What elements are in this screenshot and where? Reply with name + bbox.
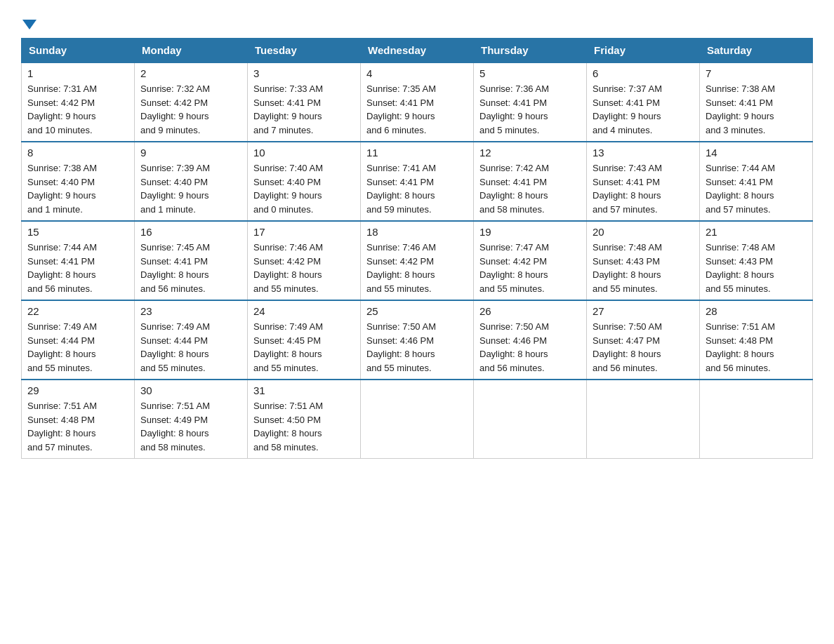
calendar-cell: 7 Sunrise: 7:38 AMSunset: 4:41 PMDayligh… [700, 62, 813, 142]
day-number: 22 [27, 305, 128, 317]
day-info: Sunrise: 7:51 AMSunset: 4:48 PMDaylight:… [27, 399, 128, 454]
logo-arrow-icon [22, 20, 37, 29]
day-number: 4 [366, 67, 468, 79]
column-header-sunday: Sunday [22, 39, 135, 63]
calendar-cell: 4 Sunrise: 7:35 AMSunset: 4:41 PMDayligh… [361, 62, 474, 142]
day-number: 1 [27, 67, 128, 79]
day-number: 28 [706, 305, 807, 317]
day-info: Sunrise: 7:33 AMSunset: 4:41 PMDaylight:… [253, 82, 355, 137]
calendar-cell: 24 Sunrise: 7:49 AMSunset: 4:45 PMDaylig… [248, 300, 361, 380]
calendar-cell: 11 Sunrise: 7:41 AMSunset: 4:41 PMDaylig… [361, 142, 474, 221]
column-header-monday: Monday [135, 39, 248, 63]
day-number: 27 [593, 305, 694, 317]
calendar-cell: 6 Sunrise: 7:37 AMSunset: 4:41 PMDayligh… [587, 62, 700, 142]
day-info: Sunrise: 7:50 AMSunset: 4:47 PMDaylight:… [593, 320, 694, 375]
day-info: Sunrise: 7:41 AMSunset: 4:41 PMDaylight:… [366, 161, 468, 216]
calendar-cell: 16 Sunrise: 7:45 AMSunset: 4:41 PMDaylig… [135, 221, 248, 300]
day-info: Sunrise: 7:36 AMSunset: 4:41 PMDaylight:… [479, 82, 581, 137]
calendar-cell [700, 380, 813, 459]
calendar-cell: 27 Sunrise: 7:50 AMSunset: 4:47 PMDaylig… [587, 300, 700, 380]
calendar-cell: 5 Sunrise: 7:36 AMSunset: 4:41 PMDayligh… [474, 62, 587, 142]
calendar-cell [587, 380, 700, 459]
column-header-tuesday: Tuesday [248, 39, 361, 63]
day-number: 8 [27, 147, 128, 159]
day-number: 26 [479, 305, 581, 317]
column-header-wednesday: Wednesday [361, 39, 474, 63]
calendar-week-row: 22 Sunrise: 7:49 AMSunset: 4:44 PMDaylig… [22, 300, 813, 380]
calendar-cell: 17 Sunrise: 7:46 AMSunset: 4:42 PMDaylig… [248, 221, 361, 300]
day-number: 13 [593, 147, 694, 159]
calendar-cell: 10 Sunrise: 7:40 AMSunset: 4:40 PMDaylig… [248, 142, 361, 221]
day-number: 17 [253, 226, 355, 238]
calendar-cell: 2 Sunrise: 7:32 AMSunset: 4:42 PMDayligh… [135, 62, 248, 142]
day-info: Sunrise: 7:45 AMSunset: 4:41 PMDaylight:… [140, 241, 241, 295]
calendar-cell: 15 Sunrise: 7:44 AMSunset: 4:41 PMDaylig… [22, 221, 135, 300]
day-number: 21 [706, 226, 807, 238]
day-info: Sunrise: 7:49 AMSunset: 4:45 PMDaylight:… [253, 320, 355, 375]
day-info: Sunrise: 7:38 AMSunset: 4:40 PMDaylight:… [27, 161, 128, 216]
calendar-cell: 29 Sunrise: 7:51 AMSunset: 4:48 PMDaylig… [22, 380, 135, 459]
day-number: 3 [253, 67, 355, 79]
calendar-week-row: 1 Sunrise: 7:31 AMSunset: 4:42 PMDayligh… [22, 62, 813, 142]
day-number: 6 [593, 67, 694, 79]
day-number: 29 [27, 384, 128, 396]
day-number: 16 [140, 226, 241, 238]
page-header [21, 14, 813, 31]
day-info: Sunrise: 7:44 AMSunset: 4:41 PMDaylight:… [27, 241, 128, 295]
day-info: Sunrise: 7:48 AMSunset: 4:43 PMDaylight:… [593, 241, 694, 295]
day-number: 5 [479, 67, 581, 79]
calendar-cell: 12 Sunrise: 7:42 AMSunset: 4:41 PMDaylig… [474, 142, 587, 221]
day-info: Sunrise: 7:46 AMSunset: 4:42 PMDaylight:… [366, 241, 468, 295]
day-number: 2 [140, 67, 241, 79]
calendar-cell: 30 Sunrise: 7:51 AMSunset: 4:49 PMDaylig… [135, 380, 248, 459]
day-info: Sunrise: 7:49 AMSunset: 4:44 PMDaylight:… [140, 320, 241, 375]
day-info: Sunrise: 7:31 AMSunset: 4:42 PMDaylight:… [27, 82, 128, 137]
calendar-cell: 26 Sunrise: 7:50 AMSunset: 4:46 PMDaylig… [474, 300, 587, 380]
day-info: Sunrise: 7:51 AMSunset: 4:49 PMDaylight:… [140, 399, 241, 454]
day-info: Sunrise: 7:35 AMSunset: 4:41 PMDaylight:… [366, 82, 468, 137]
calendar-cell: 14 Sunrise: 7:44 AMSunset: 4:41 PMDaylig… [700, 142, 813, 221]
day-info: Sunrise: 7:38 AMSunset: 4:41 PMDaylight:… [706, 82, 807, 137]
calendar-cell: 19 Sunrise: 7:47 AMSunset: 4:42 PMDaylig… [474, 221, 587, 300]
day-number: 24 [253, 305, 355, 317]
day-number: 12 [479, 147, 581, 159]
day-info: Sunrise: 7:32 AMSunset: 4:42 PMDaylight:… [140, 82, 241, 137]
calendar-cell [361, 380, 474, 459]
day-info: Sunrise: 7:39 AMSunset: 4:40 PMDaylight:… [140, 161, 241, 216]
calendar-cell: 13 Sunrise: 7:43 AMSunset: 4:41 PMDaylig… [587, 142, 700, 221]
day-info: Sunrise: 7:48 AMSunset: 4:43 PMDaylight:… [706, 241, 807, 295]
day-number: 19 [479, 226, 581, 238]
calendar-cell: 8 Sunrise: 7:38 AMSunset: 4:40 PMDayligh… [22, 142, 135, 221]
day-number: 9 [140, 147, 241, 159]
day-info: Sunrise: 7:40 AMSunset: 4:40 PMDaylight:… [253, 161, 355, 216]
calendar-cell: 20 Sunrise: 7:48 AMSunset: 4:43 PMDaylig… [587, 221, 700, 300]
day-info: Sunrise: 7:44 AMSunset: 4:41 PMDaylight:… [706, 161, 807, 216]
calendar-table: SundayMondayTuesdayWednesdayThursdayFrid… [21, 38, 813, 459]
day-number: 10 [253, 147, 355, 159]
day-number: 23 [140, 305, 241, 317]
calendar-week-row: 29 Sunrise: 7:51 AMSunset: 4:48 PMDaylig… [22, 380, 813, 459]
calendar-cell: 23 Sunrise: 7:49 AMSunset: 4:44 PMDaylig… [135, 300, 248, 380]
day-info: Sunrise: 7:37 AMSunset: 4:41 PMDaylight:… [593, 82, 694, 137]
calendar-cell: 1 Sunrise: 7:31 AMSunset: 4:42 PMDayligh… [22, 62, 135, 142]
day-info: Sunrise: 7:47 AMSunset: 4:42 PMDaylight:… [479, 241, 581, 295]
calendar-cell: 9 Sunrise: 7:39 AMSunset: 4:40 PMDayligh… [135, 142, 248, 221]
calendar-week-row: 8 Sunrise: 7:38 AMSunset: 4:40 PMDayligh… [22, 142, 813, 221]
day-number: 30 [140, 384, 241, 396]
day-number: 14 [706, 147, 807, 159]
day-info: Sunrise: 7:51 AMSunset: 4:50 PMDaylight:… [253, 399, 355, 454]
day-info: Sunrise: 7:50 AMSunset: 4:46 PMDaylight:… [479, 320, 581, 375]
day-info: Sunrise: 7:51 AMSunset: 4:48 PMDaylight:… [706, 320, 807, 375]
calendar-cell: 21 Sunrise: 7:48 AMSunset: 4:43 PMDaylig… [700, 221, 813, 300]
calendar-header-row: SundayMondayTuesdayWednesdayThursdayFrid… [22, 39, 813, 63]
day-info: Sunrise: 7:46 AMSunset: 4:42 PMDaylight:… [253, 241, 355, 295]
calendar-week-row: 15 Sunrise: 7:44 AMSunset: 4:41 PMDaylig… [22, 221, 813, 300]
logo [21, 14, 37, 31]
calendar-cell: 31 Sunrise: 7:51 AMSunset: 4:50 PMDaylig… [248, 380, 361, 459]
day-number: 7 [706, 67, 807, 79]
day-number: 18 [366, 226, 468, 238]
column-header-saturday: Saturday [700, 39, 813, 63]
calendar-cell [474, 380, 587, 459]
day-info: Sunrise: 7:49 AMSunset: 4:44 PMDaylight:… [27, 320, 128, 375]
calendar-cell: 28 Sunrise: 7:51 AMSunset: 4:48 PMDaylig… [700, 300, 813, 380]
